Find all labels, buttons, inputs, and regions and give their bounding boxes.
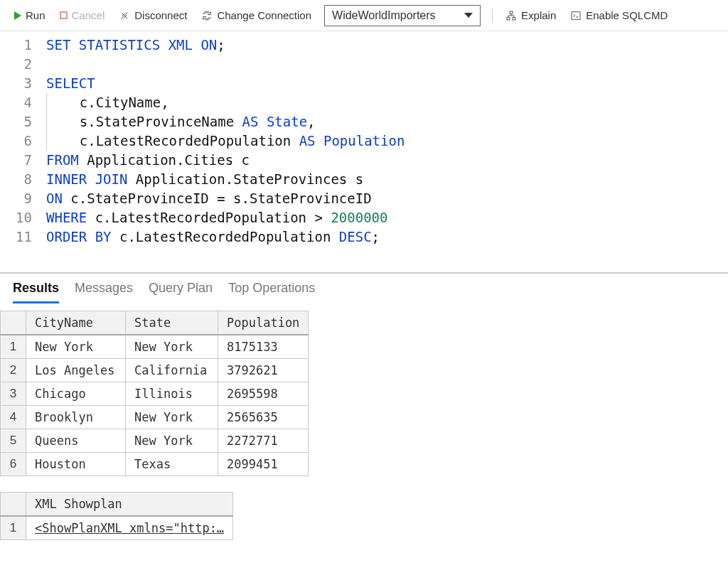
cancel-button[interactable]: Cancel xyxy=(54,6,111,24)
table-row[interactable]: 5QueensNew York2272771 xyxy=(1,429,309,453)
line-number: 1 xyxy=(0,36,32,55)
cell[interactable]: 2565635 xyxy=(218,406,309,429)
cell[interactable]: Los Angeles xyxy=(26,359,126,382)
connection-select[interactable]: WideWorldImporters xyxy=(324,5,481,26)
cell[interactable]: Houston xyxy=(26,453,126,476)
code-line[interactable]: c.CityName, xyxy=(46,93,728,112)
code-line[interactable]: SELECT xyxy=(46,74,728,93)
cell[interactable]: 3792621 xyxy=(218,359,309,382)
line-number: 2 xyxy=(0,55,32,74)
row-number: 1 xyxy=(1,335,26,359)
code-line[interactable] xyxy=(46,55,728,74)
cell[interactable]: Illinois xyxy=(126,382,218,406)
showplan-link[interactable]: <ShowPlanXML xmlns="http:… xyxy=(35,521,224,535)
row-number: 2 xyxy=(1,359,26,382)
toolbar-divider xyxy=(492,9,493,23)
column-header[interactable]: CityName xyxy=(26,311,126,335)
play-icon xyxy=(14,11,21,20)
line-number: 6 xyxy=(0,131,32,151)
cell[interactable]: 2099451 xyxy=(218,453,309,476)
table-row[interactable]: 2Los AngelesCalifornia3792621 xyxy=(1,359,309,382)
line-number: 11 xyxy=(0,227,32,247)
grid-corner xyxy=(1,311,26,335)
change-connection-label: Change Connection xyxy=(217,9,311,21)
code-area[interactable]: SET STATISTICS XML ON;SELECT c.CityName,… xyxy=(46,36,728,247)
change-connection-button[interactable]: Change Connection xyxy=(196,6,317,24)
cell[interactable]: New York xyxy=(126,429,218,453)
svg-rect-0 xyxy=(510,11,513,14)
tab-top-operations[interactable]: Top Operations xyxy=(228,281,315,301)
table-row[interactable]: 1New YorkNew York8175133 xyxy=(1,335,309,359)
svg-rect-3 xyxy=(572,11,580,19)
explain-icon xyxy=(505,10,517,21)
results-pane: Results Messages Query Plan Top Operatio… xyxy=(0,272,728,540)
tab-messages[interactable]: Messages xyxy=(75,281,133,301)
cell[interactable]: California xyxy=(126,359,218,382)
line-number: 3 xyxy=(0,74,32,93)
sql-editor[interactable]: 1234567891011 SET STATISTICS XML ON;SELE… xyxy=(0,31,728,247)
code-line[interactable]: c.LatestRecordedPopulation AS Population xyxy=(46,131,728,151)
tab-results[interactable]: Results xyxy=(13,281,59,303)
connection-value: WideWorldImporters xyxy=(332,9,436,22)
explain-label: Explain xyxy=(521,9,556,21)
run-button[interactable]: Run xyxy=(9,6,51,24)
cell[interactable]: New York xyxy=(126,335,218,359)
line-number: 9 xyxy=(0,189,32,208)
code-line[interactable]: ORDER BY c.LatestRecordedPopulation DESC… xyxy=(46,227,728,247)
change-connection-icon xyxy=(201,10,213,21)
cell[interactable]: Chicago xyxy=(26,382,126,406)
line-number: 8 xyxy=(0,170,32,189)
code-line[interactable]: INNER JOIN Application.StateProvinces s xyxy=(46,170,728,189)
chevron-down-icon xyxy=(464,13,473,18)
showplan-corner xyxy=(1,493,26,517)
code-line[interactable]: SET STATISTICS XML ON; xyxy=(46,36,728,55)
row-number: 3 xyxy=(1,382,26,406)
table-row[interactable]: 6HoustonTexas2099451 xyxy=(1,453,309,476)
disconnect-button[interactable]: Disconnect xyxy=(113,6,193,24)
table-row[interactable]: 3ChicagoIllinois2695598 xyxy=(1,382,309,406)
explain-button[interactable]: Explain xyxy=(500,6,562,24)
cancel-label: Cancel xyxy=(72,9,105,21)
line-number: 5 xyxy=(0,112,32,131)
column-header[interactable]: Population xyxy=(218,311,309,335)
code-line[interactable]: s.StateProvinceName AS State, xyxy=(46,112,728,131)
showplan-cell[interactable]: <ShowPlanXML xmlns="http:… xyxy=(26,516,233,540)
tab-query-plan[interactable]: Query Plan xyxy=(149,281,213,301)
cell[interactable]: Brooklyn xyxy=(26,406,126,429)
line-number: 7 xyxy=(0,151,32,170)
cell[interactable]: New York xyxy=(26,335,126,359)
table-row[interactable]: 1 <ShowPlanXML xmlns="http:… xyxy=(1,516,233,540)
svg-rect-1 xyxy=(507,17,510,19)
svg-rect-2 xyxy=(513,17,515,19)
cell[interactable]: 2272771 xyxy=(218,429,309,453)
cell[interactable]: 2695598 xyxy=(218,382,309,406)
line-number: 4 xyxy=(0,93,32,112)
enable-sqlcmd-button[interactable]: Enable SQLCMD xyxy=(564,6,673,24)
enable-sqlcmd-label: Enable SQLCMD xyxy=(586,9,668,21)
toolbar: Run Cancel Disconnect Change Connection … xyxy=(0,0,728,31)
row-number: 5 xyxy=(1,429,26,453)
cell[interactable]: Texas xyxy=(126,453,218,476)
cell[interactable]: New York xyxy=(126,406,218,429)
results-grid[interactable]: CityNameStatePopulation 1New YorkNew Yor… xyxy=(0,311,309,476)
results-grid-wrap: CityNameStatePopulation 1New YorkNew Yor… xyxy=(0,311,728,540)
table-row[interactable]: 4BrooklynNew York2565635 xyxy=(1,406,309,429)
cell[interactable]: 8175133 xyxy=(218,335,309,359)
line-number: 10 xyxy=(0,208,32,227)
disconnect-label: Disconnect xyxy=(134,9,187,21)
showplan-header: XML Showplan xyxy=(26,493,233,517)
stop-icon xyxy=(60,11,68,19)
code-line[interactable]: FROM Application.Cities c xyxy=(46,151,728,170)
row-number: 1 xyxy=(1,516,26,540)
sqlcmd-icon xyxy=(570,10,582,21)
code-line[interactable]: ON c.StateProvinceID = s.StateProvinceID xyxy=(46,189,728,208)
disconnect-icon xyxy=(119,10,130,21)
run-label: Run xyxy=(26,9,46,21)
cell[interactable]: Queens xyxy=(26,429,126,453)
column-header[interactable]: State xyxy=(126,311,218,335)
code-line[interactable]: WHERE c.LatestRecordedPopulation > 20000… xyxy=(46,208,728,227)
results-tabs: Results Messages Query Plan Top Operatio… xyxy=(0,274,728,303)
showplan-grid[interactable]: XML Showplan 1 <ShowPlanXML xmlns="http:… xyxy=(0,492,233,540)
line-gutter: 1234567891011 xyxy=(0,36,46,247)
row-number: 6 xyxy=(1,453,26,476)
